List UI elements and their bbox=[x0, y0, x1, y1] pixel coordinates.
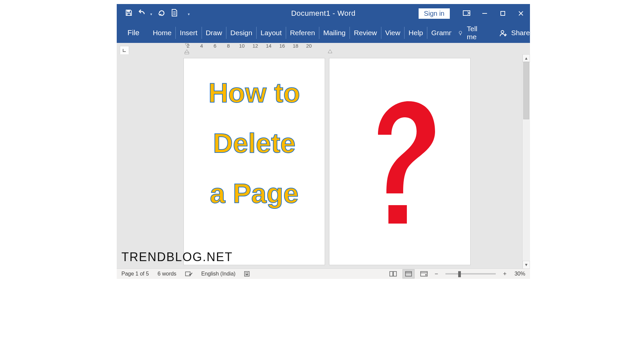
document-icon[interactable] bbox=[170, 8, 178, 18]
page-number-status[interactable]: Page 1 of 5 bbox=[121, 271, 149, 277]
svg-rect-4 bbox=[501, 11, 505, 15]
tab-grammarly[interactable]: Gramma bbox=[427, 25, 452, 40]
svg-rect-16 bbox=[185, 272, 190, 276]
share-label: Share bbox=[511, 29, 530, 37]
zoom-in-button[interactable]: + bbox=[502, 270, 508, 278]
svg-rect-18 bbox=[246, 273, 247, 274]
word-count-status[interactable]: 6 words bbox=[158, 271, 176, 277]
tab-help[interactable]: Help bbox=[405, 25, 427, 40]
share-icon bbox=[499, 29, 508, 37]
macro-recording-icon[interactable] bbox=[244, 271, 251, 277]
ruler-tick: 4 bbox=[195, 43, 208, 49]
ruler-tick: 18 bbox=[289, 43, 302, 49]
tab-draw[interactable]: Draw bbox=[202, 25, 226, 40]
svg-rect-19 bbox=[247, 273, 248, 274]
tab-review[interactable]: Review bbox=[350, 25, 381, 40]
ruler-tick: 8 bbox=[222, 43, 235, 49]
web-layout-button[interactable] bbox=[418, 269, 430, 279]
document-area[interactable]: How to Delete a Page bbox=[117, 54, 530, 269]
zoom-slider[interactable] bbox=[445, 273, 496, 275]
save-icon[interactable] bbox=[125, 9, 133, 18]
tab-selector-icon[interactable] bbox=[120, 46, 129, 54]
tab-home[interactable]: Home bbox=[149, 25, 175, 40]
qat-customize-icon[interactable]: ▾ bbox=[188, 12, 190, 16]
read-mode-button[interactable] bbox=[387, 269, 399, 279]
undo-dropdown-icon[interactable]: ▾ bbox=[150, 12, 152, 16]
quick-access-toolbar: ▾ ▾ bbox=[117, 8, 190, 18]
ruler-tick: 2 bbox=[181, 43, 195, 49]
page-2[interactable] bbox=[329, 58, 470, 265]
svg-point-27 bbox=[425, 274, 427, 276]
minimize-button[interactable] bbox=[476, 4, 494, 23]
svg-rect-22 bbox=[393, 272, 396, 276]
ribbon-tabs: File Home Insert Draw Design Layout Refe… bbox=[117, 23, 530, 43]
scroll-down-icon[interactable]: ▼ bbox=[523, 261, 530, 269]
share-button[interactable]: Share bbox=[487, 29, 530, 37]
horizontal-ruler[interactable]: 2 4 6 8 10 12 14 16 18 20 bbox=[117, 43, 530, 54]
ruler-tick: 16 bbox=[275, 43, 289, 49]
ruler-tick: 10 bbox=[235, 43, 249, 49]
svg-rect-23 bbox=[406, 272, 412, 276]
ruler-tick: 6 bbox=[208, 43, 222, 49]
spell-check-icon[interactable] bbox=[185, 271, 193, 277]
wordart-line-3: a Page bbox=[210, 179, 299, 208]
vertical-scrollbar[interactable]: ▲ ▼ bbox=[522, 54, 530, 269]
window-controls: Sign in bbox=[418, 4, 530, 23]
redo-icon[interactable] bbox=[157, 8, 166, 18]
title-bar: ▾ ▾ Document1 - Word Sign in bbox=[117, 4, 530, 23]
wordart-text[interactable]: How to Delete a Page bbox=[184, 58, 325, 208]
print-layout-button[interactable] bbox=[402, 269, 415, 279]
tab-mailings[interactable]: Mailing bbox=[319, 25, 350, 40]
svg-rect-0 bbox=[127, 10, 130, 12]
tab-file[interactable]: File bbox=[117, 25, 149, 40]
tell-me-label: Tell me bbox=[467, 25, 480, 41]
scroll-thumb[interactable] bbox=[523, 62, 529, 119]
close-button[interactable] bbox=[512, 4, 530, 23]
ruler-scale: 2 4 6 8 10 12 14 16 18 20 bbox=[181, 43, 316, 54]
ruler-tick: 14 bbox=[262, 43, 275, 49]
right-indent-marker[interactable] bbox=[327, 49, 333, 54]
ruler-tick: 20 bbox=[302, 43, 316, 49]
ruler-tick: 12 bbox=[249, 43, 262, 49]
svg-rect-25 bbox=[421, 272, 427, 276]
svg-marker-14 bbox=[328, 50, 332, 53]
question-mark-icon bbox=[329, 58, 470, 265]
maximize-button[interactable] bbox=[494, 4, 512, 23]
word-window: ▾ ▾ Document1 - Word Sign in bbox=[117, 4, 530, 279]
svg-rect-20 bbox=[246, 274, 248, 275]
language-status[interactable]: English (India) bbox=[201, 271, 235, 277]
undo-icon[interactable] bbox=[138, 9, 147, 18]
svg-rect-21 bbox=[390, 272, 393, 276]
sign-in-button[interactable]: Sign in bbox=[418, 8, 450, 19]
zoom-out-button[interactable]: − bbox=[433, 270, 439, 278]
svg-rect-17 bbox=[245, 272, 249, 276]
svg-point-7 bbox=[459, 31, 462, 34]
page-1[interactable]: How to Delete a Page bbox=[184, 58, 325, 265]
lightbulb-icon bbox=[458, 29, 463, 37]
tell-me-button[interactable]: Tell me bbox=[451, 25, 487, 41]
svg-rect-1 bbox=[127, 13, 130, 15]
scroll-up-icon[interactable]: ▲ bbox=[523, 54, 530, 62]
wordart-line-2: Delete bbox=[213, 129, 296, 158]
svg-point-8 bbox=[501, 31, 504, 33]
tab-design[interactable]: Design bbox=[226, 25, 256, 40]
tab-references[interactable]: Referen bbox=[286, 25, 319, 40]
tab-layout[interactable]: Layout bbox=[257, 25, 286, 40]
svg-rect-15 bbox=[388, 205, 407, 224]
watermark-text: TRENDBLOG.NET bbox=[121, 250, 233, 264]
status-bar: Page 1 of 5 6 words English (India) − bbox=[117, 268, 530, 279]
ribbon-display-options-icon[interactable] bbox=[458, 4, 476, 23]
tab-view[interactable]: View bbox=[381, 25, 404, 40]
wordart-line-1: How to bbox=[208, 78, 300, 107]
zoom-level[interactable]: 30% bbox=[515, 271, 525, 277]
tab-insert[interactable]: Insert bbox=[176, 25, 202, 40]
zoom-slider-thumb[interactable] bbox=[458, 271, 461, 277]
